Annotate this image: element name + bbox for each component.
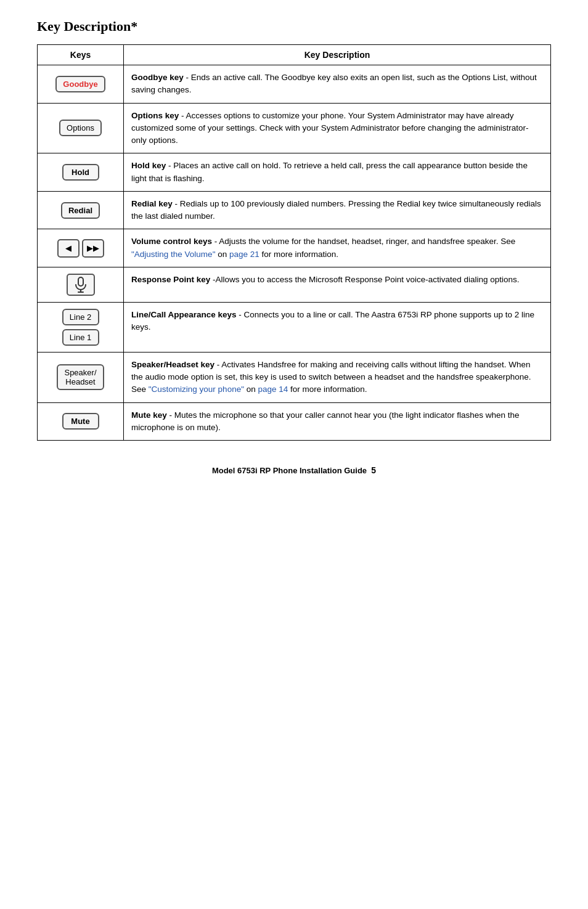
table-row: HoldHold key - Places an active call on … [38, 153, 551, 192]
table-row: Speaker/HeadsetSpeaker/Headset key - Act… [38, 352, 551, 402]
key-cell: Line 2 Line 1 [38, 302, 124, 352]
response-point-btn[interactable] [67, 274, 95, 296]
line-keys: Line 2 Line 1 [45, 309, 116, 346]
page-footer: Model 6753i RP Phone Installation Guide … [37, 465, 551, 475]
col-header-keys: Keys [38, 45, 124, 65]
description-cell: Mute key - Mutes the microphone so that … [124, 402, 551, 441]
key-button-0[interactable]: Goodbye [55, 76, 105, 92]
line1-button[interactable]: Line 1 [62, 329, 99, 346]
key-button-7[interactable]: Speaker/Headset [57, 364, 104, 390]
table-row: Line 2 Line 1 Line/Call Appearance keys … [38, 302, 551, 352]
key-cell [38, 267, 124, 302]
table-row: GoodbyeGoodbye key - Ends an active call… [38, 65, 551, 104]
key-button-3[interactable]: Redial [61, 202, 100, 219]
key-cell: Mute [38, 402, 124, 441]
volume-down-btn[interactable]: ◀ [57, 239, 80, 258]
key-cell: Hold [38, 153, 124, 192]
description-cell: Options key - Accesses options to custom… [124, 103, 551, 153]
key-button-1[interactable]: Options [59, 120, 102, 136]
description-cell: Redial key - Redials up to 100 previousl… [124, 191, 551, 229]
key-cell: Goodbye [38, 65, 124, 104]
svg-rect-0 [78, 277, 83, 286]
key-cell: Options [38, 103, 124, 153]
volume-keys: ◀ ▶▶ [45, 239, 116, 258]
table-row: ◀ ▶▶ Volume control keys - Adjusts the v… [38, 229, 551, 267]
description-cell: Line/Call Appearance keys - Connects you… [124, 302, 551, 352]
description-cell: Response Point key -Allows you to access… [124, 267, 551, 302]
col-header-description: Key Description [124, 45, 551, 65]
table-row: MuteMute key - Mutes the microphone so t… [38, 402, 551, 441]
key-cell: ◀ ▶▶ [38, 229, 124, 267]
table-row: Response Point key -Allows you to access… [38, 267, 551, 302]
key-cell: Speaker/Headset [38, 352, 124, 402]
page-title: Key Description* [37, 18, 551, 35]
description-cell: Hold key - Places an active call on hold… [124, 153, 551, 192]
table-row: OptionsOptions key - Accesses options to… [38, 103, 551, 153]
key-button-8[interactable]: Mute [62, 413, 99, 430]
key-button-2[interactable]: Hold [62, 164, 99, 181]
line2-button[interactable]: Line 2 [62, 309, 99, 325]
volume-up-btn[interactable]: ▶▶ [82, 239, 104, 258]
key-cell: Redial [38, 191, 124, 229]
description-cell: Speaker/Headset key - Activates Handsfre… [124, 352, 551, 402]
table-row: RedialRedial key - Redials up to 100 pre… [38, 191, 551, 229]
key-description-table: Keys Key Description GoodbyeGoodbye key … [37, 44, 551, 441]
description-cell: Goodbye key - Ends an active call. The G… [124, 65, 551, 104]
description-cell: Volume control keys - Adjusts the volume… [124, 229, 551, 267]
